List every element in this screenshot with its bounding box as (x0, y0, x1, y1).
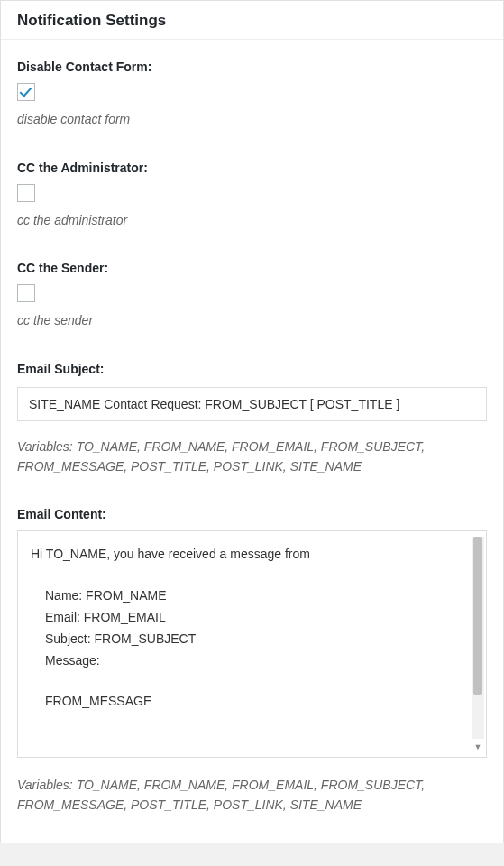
cc-sender-label: CC the Sender: (17, 261, 487, 275)
field-email-content: Email Content: Hi TO_NAME, you have rece… (17, 507, 487, 815)
disable-contact-form-checkbox[interactable] (17, 83, 35, 101)
field-email-subject: Email Subject: Variables: TO_NAME, FROM_… (17, 362, 487, 476)
panel-header: Notification Settings (1, 1, 503, 40)
email-subject-label: Email Subject: (17, 362, 487, 376)
scrollbar-track[interactable] (472, 537, 484, 739)
scrollbar-arrow-down-icon[interactable]: ▼ (472, 741, 484, 753)
field-disable-contact-form: Disable Contact Form: disable contact fo… (17, 60, 487, 130)
email-content-text: Hi TO_NAME, you have received a message … (18, 531, 486, 757)
disable-contact-form-hint: disable contact form (17, 110, 487, 130)
scrollbar-thumb[interactable] (473, 537, 482, 695)
panel-body: Disable Contact Form: disable contact fo… (1, 40, 503, 843)
notification-settings-panel: Notification Settings Disable Contact Fo… (0, 0, 504, 843)
cc-administrator-label: CC the Administrator: (17, 161, 487, 175)
panel-title: Notification Settings (17, 12, 487, 30)
cc-administrator-checkbox[interactable] (17, 184, 35, 202)
email-content-hint: Variables: TO_NAME, FROM_NAME, FROM_EMAI… (17, 776, 487, 815)
email-subject-hint: Variables: TO_NAME, FROM_NAME, FROM_EMAI… (17, 438, 487, 476)
email-content-line: Name: FROM_NAME (31, 585, 461, 607)
email-content-line: Email: FROM_EMAIL (31, 607, 461, 629)
email-content-line: Hi TO_NAME, you have received a message … (31, 544, 461, 566)
cc-sender-checkbox[interactable] (17, 284, 35, 302)
cc-administrator-hint: cc the administrator (17, 211, 487, 231)
email-content-line: Message: (31, 650, 461, 672)
email-content-line: Subject: FROM_SUBJECT (31, 629, 461, 650)
email-content-line: FROM_MESSAGE (31, 691, 461, 713)
email-content-textarea[interactable]: Hi TO_NAME, you have received a message … (17, 530, 487, 758)
field-cc-sender: CC the Sender: cc the sender (17, 261, 487, 331)
field-cc-administrator: CC the Administrator: cc the administrat… (17, 161, 487, 231)
email-content-label: Email Content: (17, 507, 487, 521)
disable-contact-form-label: Disable Contact Form: (17, 60, 487, 74)
cc-sender-hint: cc the sender (17, 311, 487, 331)
email-subject-input[interactable] (17, 387, 487, 421)
